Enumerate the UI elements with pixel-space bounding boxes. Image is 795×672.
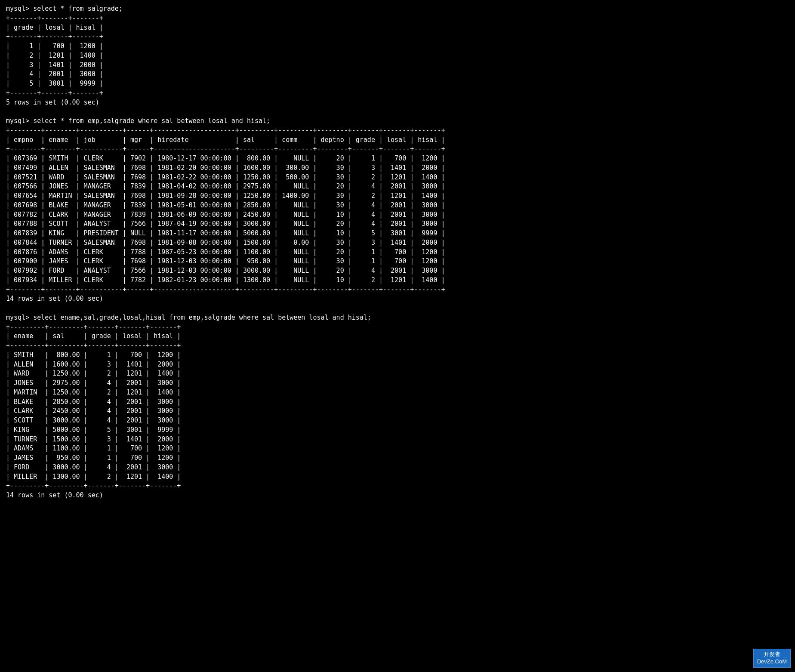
watermark-line2: DevZe.CoM bbox=[757, 658, 787, 666]
terminal-output: mysql> select * from salgrade; +-------+… bbox=[6, 4, 789, 500]
watermark-line1: 开发者 bbox=[757, 651, 787, 658]
watermark: 开发者 DevZe.CoM bbox=[753, 649, 791, 668]
